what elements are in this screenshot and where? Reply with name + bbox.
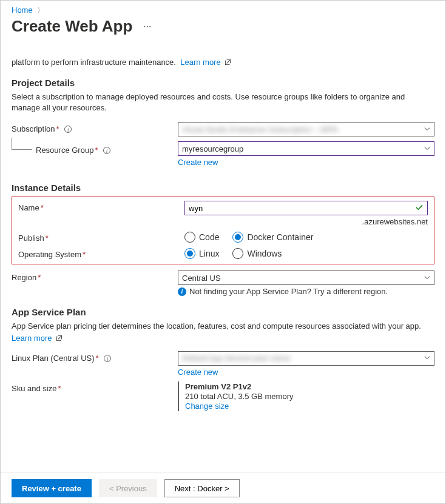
- resource-group-select[interactable]: myresourcegroup: [178, 141, 434, 156]
- info-icon: i: [178, 287, 186, 296]
- linux-plan-select[interactable]: Default App Service plan name: [178, 351, 434, 366]
- next-button[interactable]: Next : Docker >: [164, 479, 240, 497]
- tree-connector-icon: [12, 138, 32, 150]
- intro-text: platform to perform infrastructure maint…: [12, 58, 434, 67]
- info-icon[interactable]: i: [104, 355, 111, 362]
- chevron-down-icon: [424, 274, 430, 283]
- name-label: Name*: [18, 201, 184, 212]
- sku-spec: 210 total ACU, 3.5 GB memory: [185, 392, 434, 401]
- learn-more-link[interactable]: Learn more: [180, 58, 231, 67]
- name-input-wrap: [184, 201, 428, 215]
- region-label: Region*: [12, 270, 178, 282]
- app-service-plan-desc: App Service plan pricing tier determines…: [12, 321, 434, 332]
- os-radio-linux[interactable]: Linux: [184, 248, 219, 259]
- linux-plan-label: Linux Plan (Central US)* i: [12, 351, 178, 363]
- instance-highlight-box: Name* .azurewebsites.net Publish* Cod: [12, 197, 434, 264]
- os-radio-group: Linux Windows: [184, 248, 428, 259]
- region-select[interactable]: Central US: [178, 270, 434, 285]
- name-input[interactable]: [189, 204, 415, 213]
- more-actions-icon[interactable]: ···: [143, 22, 152, 31]
- subscription-select[interactable]: Visual Studio Enterprise Subscription – …: [178, 122, 434, 136]
- review-create-button[interactable]: Review + create: [12, 479, 92, 497]
- os-radio-windows[interactable]: Windows: [232, 248, 282, 259]
- domain-suffix: .azurewebsites.net: [184, 217, 428, 226]
- subscription-label: Subscription* i: [12, 122, 178, 133]
- publish-label: Publish*: [18, 231, 184, 243]
- change-size-link[interactable]: Change size: [185, 402, 434, 411]
- external-link-icon: [56, 334, 63, 341]
- project-details-desc: Select a subscription to manage deployed…: [12, 92, 434, 113]
- publish-radio-group: Code Docker Container: [184, 232, 428, 243]
- chevron-down-icon: [424, 125, 430, 134]
- create-new-rg-link[interactable]: Create new: [178, 158, 434, 167]
- chevron-down-icon: [424, 354, 430, 363]
- region-hint: i Not finding your App Service Plan? Try…: [178, 287, 434, 296]
- sku-summary: Premium V2 P1v2 210 total ACU, 3.5 GB me…: [178, 381, 434, 411]
- chevron-down-icon: [424, 144, 430, 153]
- checkmark-icon: [415, 203, 424, 213]
- sku-label: Sku and size*: [12, 381, 178, 393]
- resource-group-label: Resource Group* i: [12, 141, 178, 156]
- publish-radio-docker[interactable]: Docker Container: [232, 232, 313, 243]
- info-icon[interactable]: i: [103, 147, 110, 154]
- sku-name: Premium V2 P1v2: [185, 382, 434, 391]
- create-new-plan-link[interactable]: Create new: [178, 368, 434, 377]
- os-label: Operating System*: [18, 247, 184, 259]
- publish-radio-code[interactable]: Code: [184, 232, 219, 243]
- info-icon[interactable]: i: [64, 126, 72, 133]
- chevron-right-icon: 〉: [37, 6, 44, 15]
- external-link-icon: [225, 58, 231, 65]
- section-instance-details: Instance Details: [12, 183, 434, 193]
- previous-button: < Previous: [99, 479, 157, 497]
- wizard-footer: Review + create < Previous Next : Docker…: [1, 472, 445, 503]
- page-title: Create Web App: [12, 17, 132, 36]
- section-app-service-plan: App Service Plan: [12, 307, 434, 317]
- breadcrumb: Home 〉: [12, 5, 434, 16]
- section-project-details: Project Details: [12, 78, 434, 88]
- learn-more-asp-link[interactable]: Learn more: [12, 334, 63, 343]
- breadcrumb-home-link[interactable]: Home: [12, 5, 33, 15]
